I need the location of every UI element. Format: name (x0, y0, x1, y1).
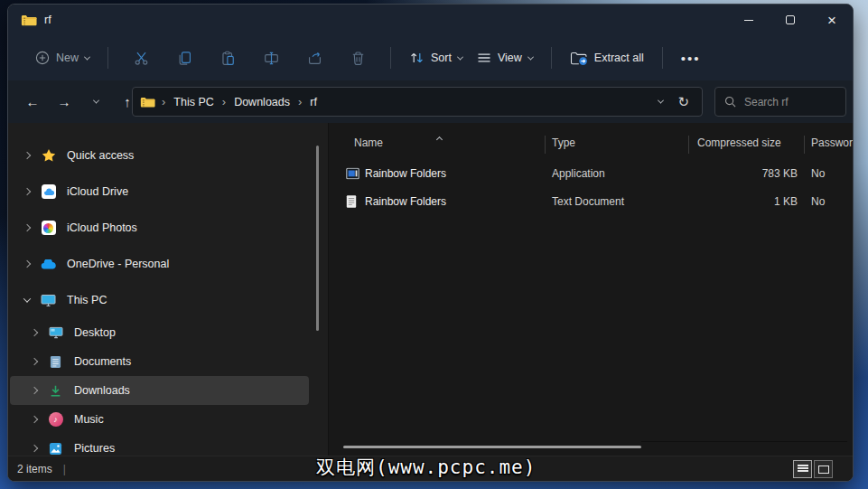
chevron-right-icon[interactable] (21, 261, 33, 267)
column-header-type[interactable]: Type (552, 136, 575, 149)
sort-ascending-icon (437, 129, 442, 146)
chevron-right-icon[interactable] (28, 388, 41, 393)
navigation-bar: ← → ↑ › This PC › Downloads › rf ↻ (8, 80, 853, 123)
view-button-label: View (498, 52, 522, 64)
chevron-down-icon[interactable] (21, 297, 33, 303)
file-row[interactable]: Rainbow Folders Text Document 1 KB No (329, 187, 853, 215)
address-bar[interactable]: › This PC › Downloads › rf ↻ (132, 87, 703, 117)
column-separator[interactable] (545, 136, 546, 154)
sidebar-item-label: iCloud Photos (67, 221, 137, 234)
file-row[interactable]: Rainbow Folders Application 783 KB No (329, 159, 853, 187)
large-icons-view-button[interactable] (814, 460, 833, 478)
extract-all-label: Extract all (594, 52, 644, 64)
recent-locations-button[interactable] (84, 89, 107, 115)
view-toggles (793, 460, 833, 478)
horizontal-scrollbar-thumb[interactable] (343, 446, 641, 448)
item-count: 2 items (17, 463, 52, 475)
titlebar[interactable]: rf × (8, 5, 853, 35)
file-type: Text Document (552, 195, 624, 208)
more-button[interactable]: ••• (674, 45, 708, 71)
large-icons-view-icon (818, 465, 829, 474)
music-icon: ♪ (48, 412, 63, 428)
toolbar-separator (662, 47, 663, 69)
forward-arrow-icon: → (58, 94, 71, 109)
sidebar-item-icloud-drive[interactable]: iCloud Drive (10, 174, 309, 210)
status-separator: | (63, 463, 66, 475)
column-header-password[interactable]: Password (811, 136, 854, 149)
chevron-right-icon[interactable] (21, 153, 33, 158)
zipped-folder-icon (140, 96, 155, 108)
sidebar-item-desktop[interactable]: Desktop (10, 318, 309, 347)
sort-button[interactable]: Sort (402, 45, 470, 71)
refresh-icon[interactable]: ↻ (677, 94, 689, 110)
chevron-down-icon (527, 53, 534, 60)
chevron-right-icon[interactable] (21, 189, 33, 194)
window-title: rf (44, 14, 51, 26)
minimize-button[interactable] (728, 5, 770, 35)
breadcrumb-rf[interactable]: rf (304, 93, 322, 111)
rename-button[interactable] (253, 45, 289, 71)
file-list: Name Type Compressed size Password Rainb… (328, 123, 853, 456)
view-lines-icon (477, 52, 491, 64)
cut-button[interactable] (123, 45, 159, 71)
sidebar-item-downloads[interactable]: Downloads (10, 376, 309, 405)
breadcrumb-this-pc[interactable]: This PC (168, 93, 219, 111)
chevron-right-icon[interactable] (28, 417, 41, 422)
column-header-name[interactable]: Name (354, 136, 383, 149)
sidebar-item-label: Desktop (74, 326, 116, 339)
sidebar-item-music[interactable]: ♪ Music (10, 405, 309, 434)
search-box[interactable]: Search rf (714, 87, 846, 117)
column-header-row: Name Type Compressed size Password (329, 128, 853, 159)
sidebar-item-icloud-photos[interactable]: iCloud Photos (10, 210, 309, 246)
chevron-right-icon[interactable] (21, 225, 33, 230)
horizontal-scrollbar-track[interactable] (641, 441, 847, 442)
sidebar-item-this-pc[interactable]: This PC (10, 282, 309, 318)
file-compressed-size: 1 KB (688, 195, 798, 208)
file-password: No (811, 195, 825, 208)
new-button[interactable]: New (28, 45, 97, 71)
close-icon: × (827, 13, 836, 28)
back-button[interactable]: ← (21, 89, 44, 115)
close-button[interactable]: × (811, 5, 853, 35)
sidebar-item-quick-access[interactable]: Quick access (10, 137, 309, 174)
rename-icon (264, 51, 279, 66)
documents-icon (48, 354, 63, 370)
sort-button-label: Sort (431, 52, 452, 64)
file-password: No (811, 167, 825, 180)
details-view-icon (798, 465, 808, 474)
address-dropdown-chevron-icon[interactable] (658, 98, 664, 104)
extract-all-button[interactable]: Extract all (563, 45, 651, 71)
sort-arrows-icon (409, 51, 425, 65)
view-button[interactable]: View (470, 46, 540, 70)
chevron-right-icon[interactable] (28, 446, 41, 451)
sidebar-item-onedrive[interactable]: OneDrive - Personal (10, 246, 309, 282)
delete-button[interactable] (340, 45, 376, 71)
details-view-button[interactable] (793, 460, 812, 478)
chevron-right-icon[interactable] (28, 330, 41, 335)
new-button-label: New (56, 52, 79, 64)
icloud-photos-icon (41, 221, 56, 236)
file-name: Rainbow Folders (365, 195, 446, 208)
breadcrumb-separator: › (295, 95, 304, 108)
sidebar-item-label: Pictures (74, 442, 115, 455)
breadcrumb-downloads[interactable]: Downloads (229, 93, 295, 111)
maximize-button[interactable] (770, 5, 811, 35)
file-compressed-size: 783 KB (688, 167, 798, 180)
sidebar-scrollbar-thumb[interactable] (316, 146, 319, 331)
pictures-icon (48, 441, 63, 456)
sidebar-item-label: This PC (67, 294, 107, 306)
sidebar-item-documents[interactable]: Documents (10, 347, 309, 376)
share-button[interactable] (296, 45, 332, 71)
minimize-icon (744, 20, 753, 21)
column-separator[interactable] (688, 136, 689, 154)
chevron-right-icon[interactable] (28, 359, 41, 364)
toolbar-separator (107, 47, 108, 69)
watermark: 双电网(www.pcpc.me) (316, 455, 536, 480)
forward-button[interactable]: → (52, 89, 76, 115)
column-header-compressed-size[interactable]: Compressed size (697, 136, 781, 149)
chevron-down-icon (84, 53, 90, 60)
column-separator[interactable] (804, 136, 805, 154)
paste-button[interactable] (210, 45, 246, 71)
copy-button[interactable] (166, 45, 202, 71)
up-arrow-icon: ↑ (124, 94, 131, 109)
